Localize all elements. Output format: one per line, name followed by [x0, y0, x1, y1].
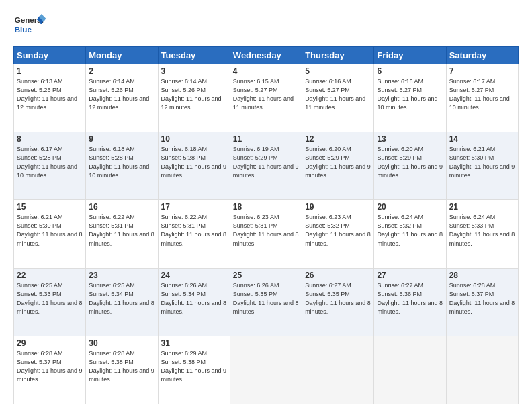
table-row: 16Sunrise: 6:22 AMSunset: 5:31 PMDayligh… [86, 200, 158, 268]
calendar-body: 1Sunrise: 6:13 AMSunset: 5:26 PMDaylight… [14, 64, 519, 404]
day-info: Sunrise: 6:25 AMSunset: 5:33 PMDaylight:… [17, 281, 83, 316]
day-number: 13 [377, 134, 443, 144]
day-info: Sunrise: 6:20 AMSunset: 5:29 PMDaylight:… [377, 145, 443, 180]
day-info: Sunrise: 6:29 AMSunset: 5:38 PMDaylight:… [161, 349, 227, 384]
logo-icon: General Blue [13, 11, 47, 41]
table-row [374, 336, 446, 404]
table-row: 23Sunrise: 6:25 AMSunset: 5:34 PMDayligh… [86, 268, 158, 336]
header-row: Sunday Monday Tuesday Wednesday Thursday… [14, 47, 519, 64]
table-row: 1Sunrise: 6:13 AMSunset: 5:26 PMDaylight… [14, 64, 86, 132]
day-info: Sunrise: 6:23 AMSunset: 5:31 PMDaylight:… [233, 213, 299, 248]
day-info: Sunrise: 6:16 AMSunset: 5:27 PMDaylight:… [305, 77, 371, 112]
col-monday: Monday [86, 47, 158, 64]
day-info: Sunrise: 6:28 AMSunset: 5:38 PMDaylight:… [89, 349, 154, 384]
day-number: 10 [161, 134, 227, 144]
table-row [302, 336, 374, 404]
day-number: 23 [89, 271, 154, 280]
table-row: 7Sunrise: 6:17 AMSunset: 5:27 PMDaylight… [446, 64, 518, 132]
day-info: Sunrise: 6:18 AMSunset: 5:28 PMDaylight:… [89, 145, 154, 180]
day-info: Sunrise: 6:27 AMSunset: 5:35 PMDaylight:… [305, 281, 371, 316]
day-number: 29 [17, 338, 83, 348]
table-row [230, 336, 302, 404]
day-number: 9 [89, 134, 154, 144]
day-number: 3 [161, 66, 227, 76]
calendar-week-1: 1Sunrise: 6:13 AMSunset: 5:26 PMDaylight… [14, 64, 519, 132]
header: General Blue [13, 11, 519, 41]
day-info: Sunrise: 6:28 AMSunset: 5:37 PMDaylight:… [449, 281, 515, 316]
table-row: 26Sunrise: 6:27 AMSunset: 5:35 PMDayligh… [302, 268, 374, 336]
day-info: Sunrise: 6:22 AMSunset: 5:31 PMDaylight:… [161, 213, 227, 248]
table-row: 2Sunrise: 6:14 AMSunset: 5:26 PMDaylight… [86, 64, 158, 132]
table-row: 4Sunrise: 6:15 AMSunset: 5:27 PMDaylight… [230, 64, 302, 132]
day-info: Sunrise: 6:26 AMSunset: 5:35 PMDaylight:… [233, 281, 299, 316]
calendar-week-3: 15Sunrise: 6:21 AMSunset: 5:30 PMDayligh… [14, 200, 519, 268]
day-info: Sunrise: 6:28 AMSunset: 5:37 PMDaylight:… [17, 349, 83, 384]
table-row: 11Sunrise: 6:19 AMSunset: 5:29 PMDayligh… [230, 132, 302, 200]
table-row: 6Sunrise: 6:16 AMSunset: 5:27 PMDaylight… [374, 64, 446, 132]
table-row: 13Sunrise: 6:20 AMSunset: 5:29 PMDayligh… [374, 132, 446, 200]
logo: General Blue [13, 11, 47, 41]
day-number: 2 [89, 66, 154, 76]
col-thursday: Thursday [302, 47, 374, 64]
table-row: 3Sunrise: 6:14 AMSunset: 5:26 PMDaylight… [158, 64, 230, 132]
day-info: Sunrise: 6:21 AMSunset: 5:30 PMDaylight:… [17, 213, 83, 248]
table-row: 15Sunrise: 6:21 AMSunset: 5:30 PMDayligh… [14, 200, 86, 268]
table-row: 12Sunrise: 6:20 AMSunset: 5:29 PMDayligh… [302, 132, 374, 200]
table-row: 9Sunrise: 6:18 AMSunset: 5:28 PMDaylight… [86, 132, 158, 200]
table-row: 27Sunrise: 6:27 AMSunset: 5:36 PMDayligh… [374, 268, 446, 336]
day-info: Sunrise: 6:25 AMSunset: 5:34 PMDaylight:… [89, 281, 154, 316]
calendar-week-2: 8Sunrise: 6:17 AMSunset: 5:28 PMDaylight… [14, 132, 519, 200]
col-saturday: Saturday [446, 47, 518, 64]
day-number: 12 [305, 134, 371, 144]
calendar-header: Sunday Monday Tuesday Wednesday Thursday… [14, 47, 519, 64]
day-info: Sunrise: 6:17 AMSunset: 5:27 PMDaylight:… [449, 77, 515, 112]
day-info: Sunrise: 6:15 AMSunset: 5:27 PMDaylight:… [233, 77, 299, 112]
table-row [446, 336, 518, 404]
table-row: 20Sunrise: 6:24 AMSunset: 5:32 PMDayligh… [374, 200, 446, 268]
day-number: 7 [449, 66, 515, 76]
day-info: Sunrise: 6:24 AMSunset: 5:33 PMDaylight:… [449, 213, 515, 248]
table-row: 21Sunrise: 6:24 AMSunset: 5:33 PMDayligh… [446, 200, 518, 268]
col-friday: Friday [374, 47, 446, 64]
day-info: Sunrise: 6:19 AMSunset: 5:29 PMDaylight:… [233, 145, 299, 180]
day-number: 14 [449, 134, 515, 144]
day-number: 8 [17, 134, 83, 144]
day-info: Sunrise: 6:20 AMSunset: 5:29 PMDaylight:… [305, 145, 371, 180]
day-number: 1 [17, 66, 83, 76]
table-row: 28Sunrise: 6:28 AMSunset: 5:37 PMDayligh… [446, 268, 518, 336]
table-row: 17Sunrise: 6:22 AMSunset: 5:31 PMDayligh… [158, 200, 230, 268]
table-row: 22Sunrise: 6:25 AMSunset: 5:33 PMDayligh… [14, 268, 86, 336]
table-row: 14Sunrise: 6:21 AMSunset: 5:30 PMDayligh… [446, 132, 518, 200]
day-number: 15 [17, 202, 83, 212]
day-number: 17 [161, 202, 227, 212]
day-number: 30 [89, 338, 154, 348]
day-number: 26 [305, 271, 371, 280]
day-info: Sunrise: 6:18 AMSunset: 5:28 PMDaylight:… [161, 145, 227, 180]
day-info: Sunrise: 6:16 AMSunset: 5:27 PMDaylight:… [377, 77, 443, 112]
svg-text:Blue: Blue [15, 25, 32, 34]
table-row: 25Sunrise: 6:26 AMSunset: 5:35 PMDayligh… [230, 268, 302, 336]
day-number: 4 [233, 66, 299, 76]
table-row: 31Sunrise: 6:29 AMSunset: 5:38 PMDayligh… [158, 336, 230, 404]
day-number: 24 [161, 271, 227, 280]
day-number: 20 [377, 202, 443, 212]
col-tuesday: Tuesday [158, 47, 230, 64]
calendar-week-4: 22Sunrise: 6:25 AMSunset: 5:33 PMDayligh… [14, 268, 519, 336]
day-info: Sunrise: 6:14 AMSunset: 5:26 PMDaylight:… [89, 77, 154, 112]
day-number: 18 [233, 202, 299, 212]
table-row: 18Sunrise: 6:23 AMSunset: 5:31 PMDayligh… [230, 200, 302, 268]
day-number: 6 [377, 66, 443, 76]
day-number: 31 [161, 338, 227, 348]
calendar-table: Sunday Monday Tuesday Wednesday Thursday… [13, 46, 519, 404]
day-number: 19 [305, 202, 371, 212]
table-row: 24Sunrise: 6:26 AMSunset: 5:34 PMDayligh… [158, 268, 230, 336]
col-wednesday: Wednesday [230, 47, 302, 64]
table-row: 29Sunrise: 6:28 AMSunset: 5:37 PMDayligh… [14, 336, 86, 404]
day-number: 27 [377, 271, 443, 280]
table-row: 19Sunrise: 6:23 AMSunset: 5:32 PMDayligh… [302, 200, 374, 268]
day-number: 28 [449, 271, 515, 280]
day-number: 11 [233, 134, 299, 144]
day-info: Sunrise: 6:27 AMSunset: 5:36 PMDaylight:… [377, 281, 443, 316]
page: General Blue Sunday Monday Tuesday Wedne… [0, 0, 532, 411]
day-number: 5 [305, 66, 371, 76]
